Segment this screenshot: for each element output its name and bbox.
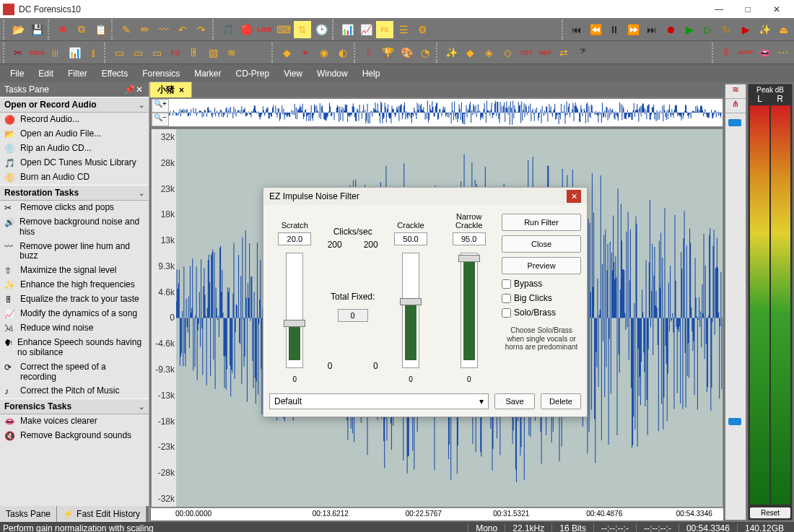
- cut-icon[interactable]: ✖: [54, 21, 71, 38]
- click-icon[interactable]: Click: [28, 44, 45, 61]
- minimize-button[interactable]: —: [704, 0, 733, 18]
- delete-preset-button[interactable]: Delete: [541, 393, 581, 409]
- bass-clef-icon[interactable]: 𝄢: [574, 44, 591, 61]
- task-item[interactable]: 📈Modify the dynamics of a song: [0, 307, 149, 321]
- task-item[interactable]: 〰Remove power line hum and buzz: [0, 240, 149, 264]
- tab-tasks-pane[interactable]: Tasks Pane: [0, 506, 57, 522]
- box4-icon[interactable]: ▧: [204, 44, 222, 61]
- skip-start-icon[interactable]: ⏮: [568, 21, 585, 38]
- copy-icon[interactable]: ⧉: [73, 21, 90, 38]
- redo-icon[interactable]: ↷: [193, 21, 210, 38]
- fastfwd-icon[interactable]: ⏩: [624, 21, 642, 38]
- waveform-view[interactable]: EZ Impulse Noise Filter ✕ Scratch 20.0: [176, 129, 723, 507]
- right-vslider-2[interactable]: [725, 317, 746, 520]
- paste-icon[interactable]: 📋: [92, 21, 109, 38]
- music-icon[interactable]: 🎵: [219, 21, 236, 38]
- task-item[interactable]: ✨Enhance the high frequencies: [0, 278, 149, 292]
- task-item[interactable]: 💿Rip an Audio CD...: [0, 141, 149, 156]
- eject-icon[interactable]: ⏏: [775, 21, 792, 38]
- zoom-out-button[interactable]: 🔍−: [152, 113, 169, 126]
- bars1-icon[interactable]: ⫼: [47, 44, 64, 61]
- rec-button-icon[interactable]: ⏺: [662, 21, 679, 38]
- section-open-record[interactable]: Open or Record Audio⌄: [0, 97, 149, 113]
- task-item[interactable]: 🔊Remove background noise and hiss: [0, 215, 149, 240]
- fx5-icon[interactable]: ◆: [461, 44, 479, 61]
- sliders-icon[interactable]: 🎚: [186, 44, 203, 61]
- task-item[interactable]: 🔇Remove Background sounds: [0, 429, 149, 443]
- mini-btn-1[interactable]: ≋: [725, 84, 746, 99]
- arrows-icon[interactable]: ⇅: [294, 21, 311, 38]
- live-icon[interactable]: LIVE: [256, 21, 274, 38]
- open-icon[interactable]: 📂: [9, 21, 27, 38]
- trophy-icon[interactable]: 🏆: [379, 44, 396, 61]
- narrow-slider[interactable]: [461, 253, 478, 368]
- task-item[interactable]: 👄Make voices clearer: [0, 414, 149, 429]
- rewind-icon[interactable]: ⏪: [587, 21, 604, 38]
- task-item[interactable]: 🎵Open DC Tunes Music Library: [0, 156, 149, 170]
- mic-icon[interactable]: 🎙: [718, 44, 736, 61]
- loop-icon[interactable]: ↻: [718, 21, 736, 38]
- bars2-icon[interactable]: 📊: [66, 44, 83, 61]
- lines-icon[interactable]: ≋: [223, 44, 240, 61]
- eq-icon[interactable]: EQ: [167, 44, 184, 61]
- chart2-icon[interactable]: 📈: [357, 21, 375, 38]
- fx7-icon[interactable]: ◇: [499, 44, 516, 61]
- mini-btn-2[interactable]: ⋔: [725, 99, 746, 113]
- scissors-icon[interactable]: ✂: [9, 44, 27, 61]
- play3-icon[interactable]: ▶: [737, 21, 754, 38]
- preset-dropdown[interactable]: Default▾: [269, 393, 489, 409]
- task-item[interactable]: 📂Open an Audio File...: [0, 127, 149, 141]
- vstripes-icon[interactable]: ⦀: [360, 44, 378, 61]
- menu-effects[interactable]: Effects: [95, 66, 135, 82]
- fx3-icon[interactable]: ◉: [315, 44, 333, 61]
- palette-icon[interactable]: 🎨: [398, 44, 415, 61]
- fx1-icon[interactable]: ◆: [278, 44, 295, 61]
- fx2-icon[interactable]: ✦: [297, 44, 314, 61]
- last-icon[interactable]: ⋯: [775, 44, 792, 61]
- task-item[interactable]: 🔴Record Audio...: [0, 113, 149, 127]
- keyboard-icon[interactable]: ⌨: [275, 21, 292, 38]
- meter-reset-button[interactable]: Reset: [750, 507, 790, 518]
- file-tab[interactable]: 小猪 ×: [149, 82, 192, 97]
- menu-help[interactable]: Help: [355, 66, 388, 82]
- undo-icon[interactable]: ↶: [174, 21, 191, 38]
- wand-icon[interactable]: ✨: [442, 44, 460, 61]
- close-button[interactable]: Close: [502, 235, 581, 253]
- section-forensics[interactable]: Forensics Tasks⌄: [0, 398, 149, 414]
- menu-file[interactable]: File: [3, 66, 31, 82]
- tool-icon[interactable]: ✎: [118, 21, 135, 38]
- bars3-icon[interactable]: ⫿: [84, 44, 102, 61]
- vst-strike-icon[interactable]: VST: [536, 44, 554, 61]
- record-icon[interactable]: 🔴: [237, 21, 255, 38]
- skip-end-icon[interactable]: ⏭: [643, 21, 660, 38]
- task-item[interactable]: 🗣Enhance Speech sounds having no sibilan…: [0, 336, 149, 360]
- crackle-value[interactable]: 50.0: [394, 232, 427, 245]
- run-filter-button[interactable]: Run Filter: [502, 214, 581, 231]
- right-vslider-1[interactable]: [725, 113, 746, 317]
- afdf-icon[interactable]: AFDF: [737, 44, 754, 61]
- menu-forensics[interactable]: Forensics: [135, 66, 187, 82]
- task-item[interactable]: 📀Burn an Audio CD: [0, 170, 149, 185]
- file-tab-close-icon[interactable]: ×: [179, 85, 184, 95]
- task-item[interactable]: ⇧Maximize the signal level: [0, 263, 149, 278]
- box2-icon[interactable]: ▭: [129, 44, 147, 61]
- menu-cdprep[interactable]: CD-Prep: [229, 66, 277, 82]
- list-icon[interactable]: ☰: [395, 21, 412, 38]
- scratch-value[interactable]: 20.0: [278, 232, 311, 245]
- zoom-in-button[interactable]: 🔍+: [152, 99, 169, 113]
- swap-icon[interactable]: ⇄: [555, 44, 572, 61]
- maximize-button[interactable]: □: [733, 0, 762, 18]
- close-pane-icon[interactable]: ✕: [134, 84, 144, 95]
- task-item[interactable]: ⟳Correct the speed of a recording: [0, 360, 149, 385]
- pause-icon[interactable]: ⏸: [606, 21, 623, 38]
- fx6-icon[interactable]: ◈: [480, 44, 497, 61]
- save-icon[interactable]: 💾: [28, 21, 45, 38]
- task-item[interactable]: 🌬Reduce wind noise: [0, 321, 149, 336]
- dialog-close-button[interactable]: ✕: [567, 190, 581, 203]
- vst-icon[interactable]: VST: [518, 44, 535, 61]
- task-item[interactable]: ♪Correct the Pitch of Music: [0, 384, 149, 398]
- sparkle-icon[interactable]: ✨: [756, 21, 773, 38]
- play-green-icon[interactable]: ▶: [681, 21, 698, 38]
- section-restoration[interactable]: Restoration Tasks⌄: [0, 185, 149, 201]
- narrow-value[interactable]: 95.0: [453, 232, 486, 245]
